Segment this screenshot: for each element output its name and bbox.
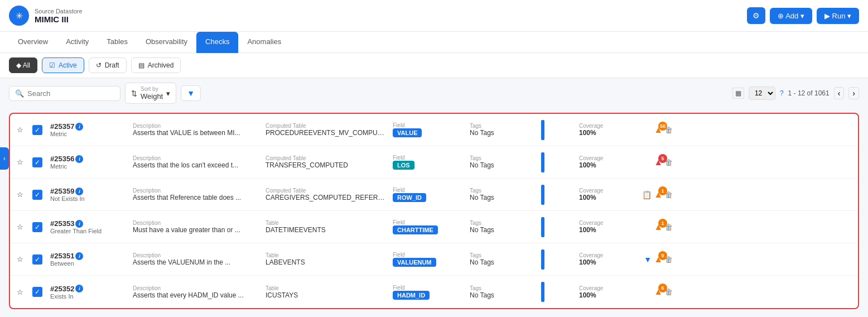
toolbar-right: ▦ 12 25 50 ? 1 - 12 of 1061 ‹ › bbox=[732, 87, 859, 100]
description-cell: Description Asserts that the los can't e… bbox=[133, 155, 261, 169]
search-box[interactable]: 🔍 bbox=[9, 86, 120, 101]
row-actions: 📋 ▲ 1 🗑 bbox=[628, 190, 673, 200]
row-actions: ▲ 58 🗑 bbox=[628, 125, 673, 135]
alert-indicator: ▲ 9 bbox=[654, 254, 663, 265]
brand-text: Source Datastore MIMIC III bbox=[35, 8, 83, 24]
check-id-cell: #25359 i Not Exists In bbox=[50, 187, 128, 202]
bookmark-icon[interactable]: ☆ bbox=[17, 158, 28, 166]
check-id-cell: #25357 i Metric bbox=[50, 122, 128, 137]
table-cell: Table DATETIMEEVENTS bbox=[266, 220, 388, 234]
table-row: ☆ ✓ #25351 i Between Description Asserts… bbox=[10, 243, 858, 276]
field-cell: Field LOS bbox=[393, 155, 465, 170]
sort-icon: ⇅ bbox=[131, 89, 137, 98]
bookmark-icon[interactable]: ☆ bbox=[17, 255, 28, 263]
nav-tabs: Overview Activity Tables Observability C… bbox=[0, 32, 868, 53]
bookmark-icon[interactable]: ☆ bbox=[17, 288, 28, 296]
tags-cell: Tags No Tags bbox=[470, 285, 537, 299]
bookmark-icon[interactable]: ☆ bbox=[17, 223, 28, 231]
info-icon[interactable]: i bbox=[75, 285, 83, 292]
table-cell: Table LABEVENTS bbox=[266, 252, 388, 266]
row-actions: ▲ 1 🗑 bbox=[628, 222, 673, 232]
alert-indicator: ▲ 1 bbox=[654, 190, 663, 200]
coverage-cell: Coverage 100% bbox=[579, 123, 624, 137]
toolbar: 🔍 ⇅ Sort by Weight ▾ ▼ ▦ 12 25 50 ? 1 - … bbox=[0, 78, 868, 108]
clipboard-icon[interactable]: 📋 bbox=[642, 190, 652, 199]
filter-active[interactable]: ☑ Active bbox=[42, 57, 84, 73]
description-cell: Description Asserts the VALUENUM in the … bbox=[133, 252, 261, 266]
coverage-cell: Coverage 100% bbox=[579, 220, 624, 234]
row-checkbox[interactable]: ✓ bbox=[32, 287, 46, 297]
table-cell: Computed Table PROCEDUREEVENTS_MV_COMPUT… bbox=[266, 123, 388, 137]
brand: ✳ Source Datastore MIMIC III bbox=[9, 6, 83, 26]
row-actions: ▲ 5 🗑 bbox=[628, 157, 673, 167]
field-cell: Field HADM_ID bbox=[393, 285, 465, 300]
row-actions: ▼ ▲ 9 🗑 bbox=[628, 254, 673, 265]
coverage-cell: Coverage 100% bbox=[579, 155, 624, 169]
description-cell: Description Asserts that Reference table… bbox=[133, 188, 261, 201]
check-id-cell: #25353 i Greater Than Field bbox=[50, 219, 128, 234]
check-id-cell: #25352 i Exists In bbox=[50, 285, 128, 300]
table-row: ☆ ✓ #25353 i Greater Than Field Descript… bbox=[10, 211, 858, 243]
checks-table: ☆ ✓ #25357 i Metric Description Asserts … bbox=[9, 113, 859, 309]
toolbar-left: 🔍 ⇅ Sort by Weight ▾ ▼ bbox=[9, 83, 201, 104]
page-size-select[interactable]: 12 25 50 bbox=[749, 87, 775, 100]
info-icon[interactable]: i bbox=[75, 252, 83, 260]
row-checkbox[interactable]: ✓ bbox=[32, 190, 46, 200]
help-icon: ? bbox=[780, 89, 784, 97]
archive-icon: ▤ bbox=[138, 61, 144, 69]
prev-page-button[interactable]: ‹ bbox=[834, 87, 845, 99]
info-icon[interactable]: i bbox=[75, 155, 83, 163]
alert-indicator: ▲ 6 bbox=[654, 287, 663, 297]
coverage-bar bbox=[541, 217, 575, 237]
info-icon[interactable]: i bbox=[75, 188, 83, 195]
filter-archived[interactable]: ▤ Archived bbox=[131, 57, 181, 73]
next-page-button[interactable]: › bbox=[848, 87, 859, 99]
table-row: ☆ ✓ #25357 i Metric Description Asserts … bbox=[10, 114, 858, 146]
tags-cell: Tags No Tags bbox=[470, 220, 537, 234]
check-id-cell: #25351 i Between bbox=[50, 252, 128, 267]
table-row: ☆ ✓ #25359 i Not Exists In Description A… bbox=[10, 179, 858, 211]
tab-overview[interactable]: Overview bbox=[9, 32, 57, 53]
tab-checks[interactable]: Checks bbox=[196, 32, 238, 53]
tab-activity[interactable]: Activity bbox=[57, 32, 98, 53]
filter-bar: ◆ All ☑ Active ↺ Draft ▤ Archived bbox=[0, 53, 868, 78]
alert-indicator: ▲ 5 bbox=[654, 157, 663, 167]
bookmark-icon[interactable]: ☆ bbox=[17, 190, 28, 199]
gear-button[interactable]: ⚙ bbox=[747, 7, 765, 24]
filter-button[interactable]: ▼ bbox=[181, 85, 201, 101]
row-actions: ▲ 6 🗑 bbox=[628, 287, 673, 297]
sort-dropdown[interactable]: ⇅ Sort by Weight ▾ bbox=[125, 83, 176, 104]
search-input[interactable] bbox=[27, 89, 114, 98]
alert-indicator: ▲ 58 bbox=[654, 125, 663, 135]
coverage-bar bbox=[541, 185, 575, 205]
top-actions: ⚙ ⊕ Add ▾ ▶ Run ▾ bbox=[747, 7, 859, 24]
tab-observability[interactable]: Observability bbox=[137, 32, 196, 53]
tags-cell: Tags No Tags bbox=[470, 252, 537, 266]
row-checkbox[interactable]: ✓ bbox=[32, 254, 46, 265]
field-cell: Field CHARTTIME bbox=[393, 219, 465, 234]
grid-view-icon[interactable]: ▦ bbox=[732, 88, 744, 99]
field-cell: Field ROW_ID bbox=[393, 187, 465, 202]
back-button[interactable]: ‹ bbox=[0, 147, 9, 170]
pagination-info: 1 - 12 of 1061 bbox=[788, 89, 830, 97]
description-cell: Description Must have a value greater th… bbox=[133, 220, 261, 234]
table-cell: Computed Table CAREGIVERS_COMPUTED_REFER… bbox=[266, 188, 388, 201]
info-icon[interactable]: i bbox=[75, 220, 83, 228]
run-button[interactable]: ▶ Run ▾ bbox=[817, 8, 859, 24]
coverage-bar bbox=[541, 282, 575, 302]
tab-tables[interactable]: Tables bbox=[98, 32, 137, 53]
alert-indicator: ▲ 1 bbox=[654, 222, 663, 232]
tab-anomalies[interactable]: Anomalies bbox=[238, 32, 290, 53]
brand-subtitle: Source Datastore bbox=[35, 8, 83, 15]
row-checkbox[interactable]: ✓ bbox=[32, 222, 46, 232]
row-checkbox[interactable]: ✓ bbox=[32, 125, 46, 135]
row-checkbox[interactable]: ✓ bbox=[32, 157, 46, 167]
filter-all[interactable]: ◆ All bbox=[9, 57, 37, 73]
bookmark-icon[interactable]: ☆ bbox=[17, 126, 28, 134]
search-icon: 🔍 bbox=[15, 89, 24, 98]
info-icon[interactable]: i bbox=[75, 123, 83, 131]
top-bar: ✳ Source Datastore MIMIC III ⚙ ⊕ Add ▾ ▶… bbox=[0, 0, 868, 32]
add-button[interactable]: ⊕ Add ▾ bbox=[770, 8, 812, 24]
filter-draft[interactable]: ↺ Draft bbox=[89, 57, 127, 73]
funnel-icon: ▼ bbox=[644, 255, 652, 264]
